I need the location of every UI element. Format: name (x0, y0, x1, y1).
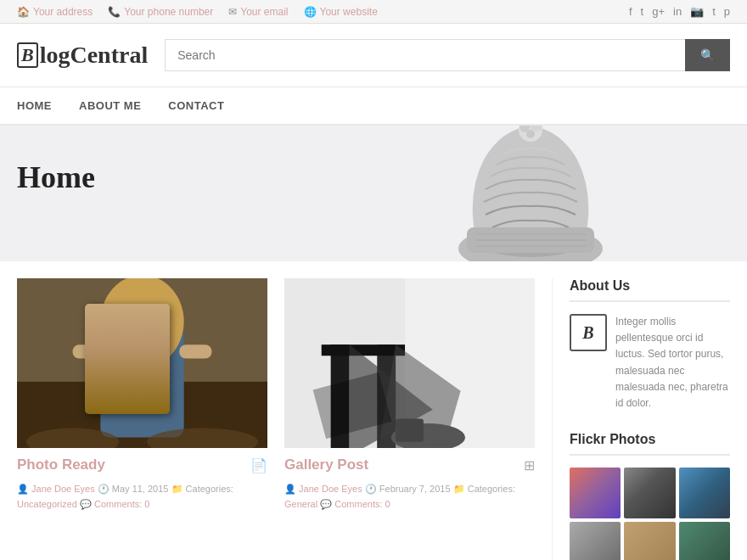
comment-icon: 💬 (80, 499, 94, 509)
folder-icon-2: 📁 Categories: (453, 484, 515, 494)
post-1-meta-bar: Photo Ready 📄 (17, 448, 267, 479)
logo-bracket: B (17, 42, 38, 68)
post-1-type-icon: 📄 (250, 457, 267, 473)
svg-rect-13 (73, 344, 105, 358)
post-image-2 (284, 278, 535, 448)
hero-image (450, 126, 611, 261)
top-bar-left: 🏠 Your address 📞 Your phone number ✉ You… (17, 6, 378, 18)
facebook-icon[interactable]: f (629, 5, 632, 18)
post-1-date: May 11, 2015 (112, 484, 169, 494)
flickr-thumb-3[interactable] (679, 468, 730, 518)
clock-icon: 🕐 (98, 484, 112, 494)
flickr-thumb-2[interactable] (624, 468, 675, 518)
flickr-section: Flickr Photos (570, 432, 730, 560)
website-item: 🌐 Your website (304, 6, 378, 18)
email-item: ✉ Your email (228, 6, 288, 18)
site-header: BlogCentral 🔍 (0, 24, 747, 87)
search-button[interactable]: 🔍 (685, 39, 730, 71)
flickr-heading: Flickr Photos (570, 432, 730, 456)
site-logo[interactable]: BlogCentral (17, 42, 148, 69)
twitter-icon[interactable]: t (641, 5, 644, 18)
address-icon: 🏠 (17, 6, 30, 18)
svg-point-15 (100, 278, 183, 367)
svg-rect-24 (331, 344, 350, 448)
flickr-thumb-4[interactable] (570, 522, 621, 560)
about-us-heading: About Us (570, 278, 730, 302)
nav-item-contact: CONTACT (154, 87, 238, 124)
content-area: Photo Ready 📄 👤 Jane Doe Eyes 🕐 May 11, … (0, 261, 747, 560)
flickr-grid (570, 468, 730, 560)
website-link[interactable]: Your website (320, 6, 378, 18)
hero-banner: Home (0, 126, 747, 261)
svg-rect-26 (322, 344, 405, 356)
svg-point-5 (526, 130, 535, 138)
phone-item: 📞 Your phone number (108, 6, 213, 18)
post-2-type-icon: ⊞ (524, 457, 535, 473)
about-us-text: Integer mollis pellentesque orci id luct… (615, 314, 730, 412)
email-link[interactable]: Your email (240, 6, 288, 18)
top-bar: 🏠 Your address 📞 Your phone number ✉ You… (0, 0, 747, 24)
googleplus-icon[interactable]: g+ (652, 5, 665, 18)
person-icon-2: 👤 (284, 484, 299, 494)
tumblr-icon[interactable]: t (712, 5, 716, 18)
post-2-title[interactable]: Gallery Post (284, 456, 368, 473)
about-us-logo: B (570, 314, 607, 351)
about-us-section: About Us B Integer mollis pellentesque o… (570, 278, 730, 412)
svg-point-18 (137, 384, 148, 395)
logo-text: logCentral (40, 42, 149, 69)
flickr-thumb-1[interactable] (570, 468, 621, 518)
svg-rect-16 (117, 372, 167, 406)
comment-icon-2: 💬 (320, 499, 334, 509)
post-2-author[interactable]: Jane Doe Eyes (299, 484, 362, 494)
page-title: Home (17, 160, 95, 195)
post-1-author[interactable]: Jane Doe Eyes (31, 484, 95, 494)
post-image-1 (17, 278, 267, 448)
nav-item-home: HOME (17, 87, 65, 124)
search-container: 🔍 (165, 39, 730, 71)
post-card-2: Gallery Post ⊞ 👤 Jane Doe Eyes 🕐 Februar… (284, 278, 535, 560)
nav-link-about[interactable]: ABOUT ME (65, 87, 154, 124)
flickr-thumb-6[interactable] (679, 522, 730, 560)
post-1-comments[interactable]: Comments: 0 (94, 499, 149, 509)
address-item: 🏠 Your address (17, 6, 93, 18)
search-input[interactable] (165, 39, 685, 71)
post-1-title[interactable]: Photo Ready (17, 456, 105, 473)
post-1-category[interactable]: Uncategorized (17, 499, 77, 509)
pinterest-icon[interactable]: p (724, 5, 730, 18)
sidebar: About Us B Integer mollis pellentesque o… (552, 278, 730, 560)
posts-area: Photo Ready 📄 👤 Jane Doe Eyes 🕐 May 11, … (17, 278, 535, 560)
svg-rect-30 (396, 419, 424, 442)
email-icon: ✉ (228, 6, 237, 18)
person-icon: 👤 (17, 484, 31, 494)
about-us-content: B Integer mollis pellentesque orci id lu… (570, 314, 730, 412)
post-1-info: 👤 Jane Doe Eyes 🕐 May 11, 2015 📁 Categor… (17, 479, 267, 515)
post-2-category[interactable]: General (284, 499, 317, 509)
post-2-date: February 7, 2015 (379, 484, 451, 494)
linkedin-icon[interactable]: in (673, 5, 682, 18)
address-link[interactable]: Your address (33, 6, 93, 18)
about-logo-letter: B (582, 323, 593, 343)
nav-link-contact[interactable]: CONTACT (154, 87, 238, 124)
svg-rect-14 (179, 344, 211, 358)
svg-point-17 (133, 380, 152, 399)
post-2-info: 👤 Jane Doe Eyes 🕐 February 7, 2015 📁 Cat… (284, 479, 535, 515)
post-2-comments[interactable]: Comments: 0 (334, 499, 390, 509)
post-2-meta-bar: Gallery Post ⊞ (284, 448, 535, 479)
phone-icon: 📞 (108, 6, 121, 18)
phone-link[interactable]: Your phone number (124, 6, 213, 18)
main-nav: HOME ABOUT ME CONTACT (0, 87, 747, 126)
nav-link-home[interactable]: HOME (17, 87, 65, 124)
post-card-1: Photo Ready 📄 👤 Jane Doe Eyes 🕐 May 11, … (17, 278, 267, 560)
flickr-thumb-5[interactable] (624, 522, 675, 560)
social-links: f t g+ in 📷 t p (629, 5, 730, 18)
clock-icon-2: 🕐 (365, 484, 379, 494)
instagram-icon[interactable]: 📷 (690, 5, 704, 18)
folder-icon: 📁 Categories: (171, 484, 233, 494)
nav-item-about: ABOUT ME (65, 87, 154, 124)
web-icon: 🌐 (304, 6, 317, 18)
